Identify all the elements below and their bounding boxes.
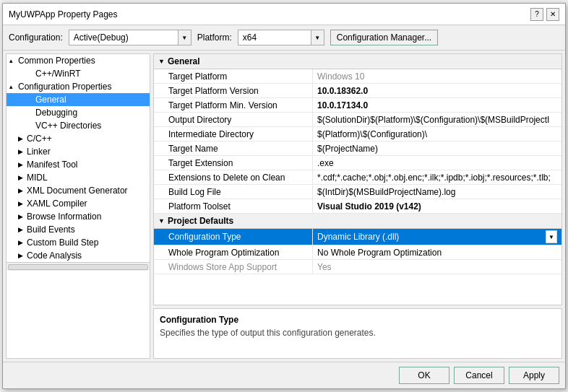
tree-item-build-events[interactable]: ▶Build Events xyxy=(7,223,150,236)
prop-name-cell: Target Name xyxy=(154,141,313,155)
prop-name-cell: Configuration Type xyxy=(154,229,313,245)
platform-dropdown-arrow[interactable]: ▼ xyxy=(311,30,324,45)
tree-label-general: General xyxy=(35,95,66,105)
prop-value-cell: Windows 10 xyxy=(313,69,561,83)
general-collapse-icon[interactable]: ▼ xyxy=(158,58,165,65)
help-button[interactable]: ? xyxy=(530,8,543,21)
tree-item-code-analysis[interactable]: ▶Code Analysis xyxy=(7,249,150,262)
title-bar: MyUWPApp Property Pages ? ✕ xyxy=(3,4,565,25)
tree-item-linker[interactable]: ▶Linker xyxy=(7,145,150,158)
tree-item-debugging[interactable]: Debugging xyxy=(7,106,150,119)
close-button[interactable]: ✕ xyxy=(546,8,559,21)
ok-button[interactable]: OK xyxy=(399,367,449,384)
table-row[interactable]: Target Name$(ProjectName) xyxy=(154,141,561,156)
info-title: Configuration Type xyxy=(160,315,556,325)
table-row[interactable]: Target PlatformWindows 10 xyxy=(154,69,561,84)
table-row[interactable]: Configuration TypeDynamic Library (.dll)… xyxy=(154,229,561,245)
config-manager-button[interactable]: Configuration Manager... xyxy=(330,30,438,45)
general-section-label: General xyxy=(168,56,200,66)
platform-label: Platform: xyxy=(197,32,232,43)
table-row[interactable]: Target Platform Min. Version10.0.17134.0 xyxy=(154,98,561,113)
prop-name-cell: Extensions to Delete on Clean xyxy=(154,170,313,184)
tree-label-debugging: Debugging xyxy=(35,108,77,118)
table-row[interactable]: Build Log File$(IntDir)$(MSBuildProjectN… xyxy=(154,185,561,199)
table-row[interactable]: Platform ToolsetVisual Studio 2019 (v142… xyxy=(154,199,561,214)
table-row[interactable]: Whole Program OptimizationNo Whole Progr… xyxy=(154,245,561,260)
tree-label-linker: Linker xyxy=(27,147,51,157)
tree-container: ▴Common PropertiesC++/WinRT▴Configuratio… xyxy=(7,54,150,262)
bottom-bar: OK Cancel Apply xyxy=(3,362,565,388)
tree-item-midl[interactable]: ▶MIDL xyxy=(7,171,150,184)
table-row[interactable]: Intermediate Directory$(Platform)\$(Conf… xyxy=(154,127,561,141)
prop-value-cell: $(ProjectName) xyxy=(313,141,561,155)
tree-item-cpp-winrt[interactable]: C++/WinRT xyxy=(7,67,150,80)
right-panel: ▼ General Target PlatformWindows 10Targe… xyxy=(153,53,562,359)
value-dropdown-button[interactable]: ▼ xyxy=(546,230,557,243)
tree-label-cpp-winrt: C++/WinRT xyxy=(35,69,80,79)
apply-button[interactable]: Apply xyxy=(509,367,559,384)
tree-item-common-props[interactable]: ▴Common Properties xyxy=(7,54,150,67)
cancel-button[interactable]: Cancel xyxy=(454,367,504,384)
config-dropdown[interactable]: Active(Debug) ▼ xyxy=(69,30,192,45)
prop-value-cell: 10.0.18362.0 xyxy=(313,84,561,97)
table-row[interactable]: Windows Store App SupportYes xyxy=(154,260,561,274)
tree-item-general[interactable]: General xyxy=(7,93,150,106)
tree-label-manifest-tool: Manifest Tool xyxy=(27,160,77,170)
tree-label-custom-build: Custom Build Step xyxy=(27,238,98,248)
info-description: Specifies the type of output this config… xyxy=(160,328,556,338)
properties-table: ▼ General Target PlatformWindows 10Targe… xyxy=(153,53,562,305)
title-bar-buttons: ? ✕ xyxy=(530,8,559,21)
tree-label-midl: MIDL xyxy=(27,173,48,183)
prop-name-cell: Output Directory xyxy=(154,113,313,126)
prop-value-cell: $(SolutionDir)$(Platform)\$(Configuratio… xyxy=(313,113,561,126)
platform-dropdown[interactable]: x64 ▼ xyxy=(238,30,324,45)
tree-label-browse-info: Browse Information xyxy=(27,212,101,222)
platform-value: x64 xyxy=(238,32,311,43)
prop-value-cell: Dynamic Library (.dll)▼ xyxy=(313,229,561,245)
tree-item-xml-doc-gen[interactable]: ▶XML Document Generator xyxy=(7,184,150,197)
tree-label-build-events: Build Events xyxy=(27,225,75,235)
project-defaults-section-header: ▼ Project Defaults xyxy=(154,214,561,229)
scrollbar-area[interactable] xyxy=(7,262,150,271)
prop-name-cell: Target Platform Min. Version xyxy=(154,98,313,112)
tree-label-code-analysis: Code Analysis xyxy=(27,251,82,261)
prop-value-cell: Visual Studio 2019 (v142) xyxy=(313,199,561,213)
prop-name-cell: Target Platform xyxy=(154,69,313,83)
tree-item-config-props[interactable]: ▴Configuration Properties xyxy=(7,80,150,93)
tree-item-browse-info[interactable]: ▶Browse Information xyxy=(7,210,150,223)
tree-arrow-linker: ▶ xyxy=(18,148,25,155)
tree-label-vcpp-dirs: VC++ Directories xyxy=(35,121,101,131)
tree-item-vcpp-dirs[interactable]: VC++ Directories xyxy=(7,119,150,132)
tree-item-custom-build[interactable]: ▶Custom Build Step xyxy=(7,236,150,249)
config-value: Active(Debug) xyxy=(69,32,178,43)
prop-value-cell: 10.0.17134.0 xyxy=(313,98,561,112)
tree-label-xaml-compiler: XAML Compiler xyxy=(27,199,87,209)
window-title: MyUWPApp Property Pages xyxy=(9,9,118,19)
prop-value-cell: *.cdf;*.cache;*.obj;*.obj.enc;*.ilk;*.ip… xyxy=(313,170,561,184)
tree-arrow-code-analysis: ▶ xyxy=(18,252,25,259)
tree-arrow-c-cpp: ▶ xyxy=(18,135,25,142)
prop-name-cell: Target Extension xyxy=(154,156,313,170)
tree-arrow-xml-doc-gen: ▶ xyxy=(18,187,25,194)
defaults-collapse-icon[interactable]: ▼ xyxy=(158,217,165,225)
table-row[interactable]: Output Directory$(SolutionDir)$(Platform… xyxy=(154,113,561,127)
config-dropdown-arrow[interactable]: ▼ xyxy=(178,30,191,45)
scrollbar-track[interactable] xyxy=(8,264,148,270)
config-label: Configuration: xyxy=(9,32,63,43)
prop-name-cell: Windows Store App Support xyxy=(154,260,313,274)
tree-arrow-browse-info: ▶ xyxy=(18,213,25,220)
prop-value-cell: $(IntDir)$(MSBuildProjectName).log xyxy=(313,185,561,199)
prop-rows-container: Target PlatformWindows 10Target Platform… xyxy=(154,69,561,214)
prop-name-cell: Target Platform Version xyxy=(154,84,313,97)
project-defaults-section-label: Project Defaults xyxy=(168,216,233,226)
property-pages-window: MyUWPApp Property Pages ? ✕ Configuratio… xyxy=(2,3,566,389)
tree-item-manifest-tool[interactable]: ▶Manifest Tool xyxy=(7,158,150,171)
tree-arrow-build-events: ▶ xyxy=(18,226,25,233)
main-content: ▴Common PropertiesC++/WinRT▴Configuratio… xyxy=(3,51,565,362)
tree-item-c-cpp[interactable]: ▶C/C++ xyxy=(7,132,150,145)
table-row[interactable]: Target Platform Version10.0.18362.0 xyxy=(154,84,561,98)
tree-item-xaml-compiler[interactable]: ▶XAML Compiler xyxy=(7,197,150,210)
table-row[interactable]: Target Extension.exe xyxy=(154,156,561,170)
table-row[interactable]: Extensions to Delete on Clean*.cdf;*.cac… xyxy=(154,170,561,185)
prop-name-cell: Platform Toolset xyxy=(154,199,313,213)
